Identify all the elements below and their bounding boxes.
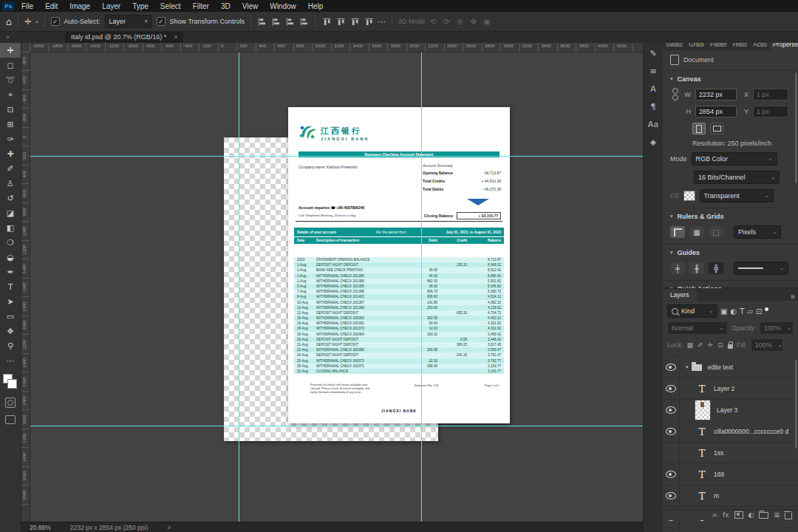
guide-style-dropdown[interactable]: ⌄ bbox=[734, 262, 788, 275]
filter-adjustment-layers-icon[interactable]: ◐ bbox=[730, 307, 737, 316]
brush-tool[interactable]: ✐ bbox=[0, 161, 21, 176]
layer-row[interactable]: Tcilla0000000...ccccccce0 d bbox=[663, 421, 798, 443]
canvas-viewport[interactable]: 江西银行 JIANGXI BANK Business Checking Acco… bbox=[30, 52, 643, 522]
menu-3d[interactable]: 3D bbox=[216, 1, 236, 11]
new-layer-icon[interactable]: ⊞ bbox=[774, 511, 780, 519]
guide-option-button-1[interactable]: ╫ bbox=[689, 262, 704, 274]
object-selection-tool[interactable]: ⌖ bbox=[0, 87, 21, 102]
landscape-orientation-button[interactable] bbox=[710, 123, 723, 134]
lock-artboard-icon[interactable]: ⊡ bbox=[717, 341, 723, 349]
paragraph-panel-icon[interactable]: ¶ bbox=[644, 98, 663, 115]
more-options-icon[interactable]: ⋯ bbox=[378, 17, 386, 27]
marquee-tool[interactable]: ◻ bbox=[0, 58, 21, 72]
quick-mask-icon[interactable] bbox=[5, 398, 16, 408]
screen-mode-icon[interactable] bbox=[5, 415, 16, 424]
filter-shape-layers-icon[interactable]: ▱ bbox=[747, 307, 753, 316]
horizontal-guide[interactable] bbox=[30, 426, 643, 426]
statement-document[interactable]: 江西银行 JIANGXI BANK Business Checking Acco… bbox=[288, 107, 510, 423]
menu-view[interactable]: View bbox=[237, 1, 264, 11]
layer-row[interactable]: T1ss bbox=[663, 443, 798, 464]
crop-tool[interactable]: ⊡ bbox=[0, 102, 21, 117]
height-field[interactable]: 2854 px bbox=[695, 106, 737, 117]
bit-depth-dropdown[interactable]: 16 Bits/Channel ⌄ bbox=[694, 171, 780, 184]
layer-mask-icon[interactable] bbox=[734, 511, 743, 519]
x-field[interactable]: 1 px bbox=[753, 89, 788, 100]
fill-dropdown[interactable]: Transparent ⌄ bbox=[700, 189, 774, 202]
layer-row[interactable]: TLayer 2 bbox=[663, 378, 798, 400]
menu-file[interactable]: File bbox=[16, 1, 38, 11]
opacity-field[interactable]: 100% ⌄ bbox=[760, 321, 794, 335]
layer-fill-field[interactable]: 100% ⌄ bbox=[751, 338, 783, 352]
healing-brush-tool[interactable]: ✚ bbox=[0, 146, 21, 161]
glyphs-panel-icon[interactable]: Aa bbox=[644, 115, 663, 133]
filter-toggle-icon[interactable] bbox=[765, 307, 768, 311]
link-dimensions-icon[interactable] bbox=[672, 88, 679, 100]
libraries-panel-icon[interactable]: ◈ bbox=[644, 133, 663, 151]
horizontal-ruler[interactable]: -2000-1800-1600-1400-1200-1000-800-600-4… bbox=[30, 43, 643, 52]
guide-option-button-2[interactable]: ╬ bbox=[709, 262, 723, 274]
menu-edit[interactable]: Edit bbox=[40, 1, 63, 11]
character-panel-icon[interactable]: A bbox=[644, 80, 663, 98]
link-layers-icon[interactable]: ∞ bbox=[712, 511, 718, 519]
fill-swatch[interactable] bbox=[683, 191, 695, 201]
zoom-tool[interactable]: ⚲ bbox=[0, 338, 21, 353]
pen-tool[interactable]: ✒ bbox=[0, 265, 21, 279]
status-chevron-icon[interactable]: > bbox=[167, 524, 171, 531]
lock-image-pixels-icon[interactable]: ✐ bbox=[698, 341, 703, 349]
units-dropdown[interactable]: Pixels ⌄ bbox=[734, 225, 781, 239]
home-icon[interactable]: ⌂ bbox=[6, 16, 12, 27]
width-field[interactable]: 2232 px bbox=[695, 89, 737, 100]
filter-type-layers-icon[interactable]: T bbox=[740, 307, 744, 316]
layer-visibility-toggle[interactable] bbox=[663, 378, 680, 399]
align-left-edges-icon[interactable] bbox=[257, 17, 266, 26]
menu-layer[interactable]: Layer bbox=[97, 1, 126, 11]
vertical-guide[interactable] bbox=[421, 52, 422, 522]
chevron-down-icon[interactable]: ▾ bbox=[670, 250, 673, 256]
menu-image[interactable]: Image bbox=[64, 1, 95, 11]
new-group-icon[interactable] bbox=[759, 512, 768, 519]
blur-tool[interactable]: ❍ bbox=[0, 235, 21, 250]
close-tab-icon[interactable]: × bbox=[174, 33, 177, 41]
delete-layer-icon[interactable] bbox=[785, 513, 792, 519]
move-tool[interactable]: ✛ bbox=[0, 43, 21, 58]
filter-pixel-layers-icon[interactable]: ▣ bbox=[720, 307, 727, 316]
blend-mode-dropdown[interactable]: Normal ⌄ bbox=[667, 321, 728, 335]
toggle-snap-button[interactable]: ⬚ bbox=[709, 226, 723, 238]
horizontal-guide[interactable] bbox=[30, 156, 643, 157]
move-tool-icon[interactable]: ✛ bbox=[24, 17, 31, 27]
layer-filter-kind-dropdown[interactable]: Kind ⌄ bbox=[667, 304, 717, 318]
y-field[interactable]: 1 px bbox=[753, 106, 788, 117]
menu-select[interactable]: Select bbox=[155, 1, 186, 11]
align-horizontal-centers-icon[interactable] bbox=[271, 17, 280, 26]
brush-settings-panel-icon[interactable]: ✎ bbox=[644, 44, 663, 62]
auto-select-checkbox[interactable]: ✓ bbox=[51, 17, 60, 26]
layer-visibility-toggle[interactable] bbox=[663, 421, 680, 442]
adjustment-layer-icon[interactable]: ◐ bbox=[748, 511, 754, 519]
tool-presets-panel-icon[interactable]: ≡ bbox=[644, 62, 663, 80]
layer-visibility-toggle[interactable] bbox=[663, 443, 680, 463]
mixer-brush-tool[interactable]: ❖ bbox=[0, 324, 21, 338]
chevron-down-icon[interactable]: ▾ bbox=[35, 19, 38, 24]
layers-panel-menu-icon[interactable]: ≡ bbox=[788, 293, 798, 301]
rectangle-tool[interactable]: ▭ bbox=[0, 309, 21, 324]
chevron-down-icon[interactable]: ▾ bbox=[670, 76, 673, 82]
layer-row[interactable]: Tm bbox=[663, 485, 798, 507]
distribute-right-edges-icon[interactable] bbox=[350, 17, 359, 26]
auto-select-target-dropdown[interactable]: Layer ▾ bbox=[105, 15, 152, 28]
lasso-tool[interactable]: ➰ bbox=[0, 72, 21, 87]
group-expand-icon[interactable]: ▾ bbox=[686, 364, 689, 370]
toggle-grid-button[interactable]: ▦ bbox=[689, 226, 704, 238]
guide-option-button-0[interactable]: ╪ bbox=[670, 262, 685, 274]
menu-filter[interactable]: Filter bbox=[188, 1, 214, 11]
scrollbar[interactable] bbox=[795, 360, 797, 449]
distribute-left-edges-icon[interactable] bbox=[322, 17, 331, 26]
history-brush-tool[interactable]: ↺ bbox=[0, 191, 21, 205]
frame-tool[interactable]: ⊞ bbox=[0, 117, 21, 132]
align-top-edges-icon[interactable] bbox=[299, 17, 308, 26]
align-right-edges-icon[interactable] bbox=[285, 17, 294, 26]
toggle-rulers-button[interactable] bbox=[670, 226, 685, 238]
distribute-horizontal-centers-icon[interactable] bbox=[336, 17, 345, 26]
layer-row[interactable]: Layer 3 bbox=[663, 400, 798, 421]
color-swatches[interactable] bbox=[3, 374, 18, 390]
dodge-tool[interactable]: ◒ bbox=[0, 250, 21, 265]
